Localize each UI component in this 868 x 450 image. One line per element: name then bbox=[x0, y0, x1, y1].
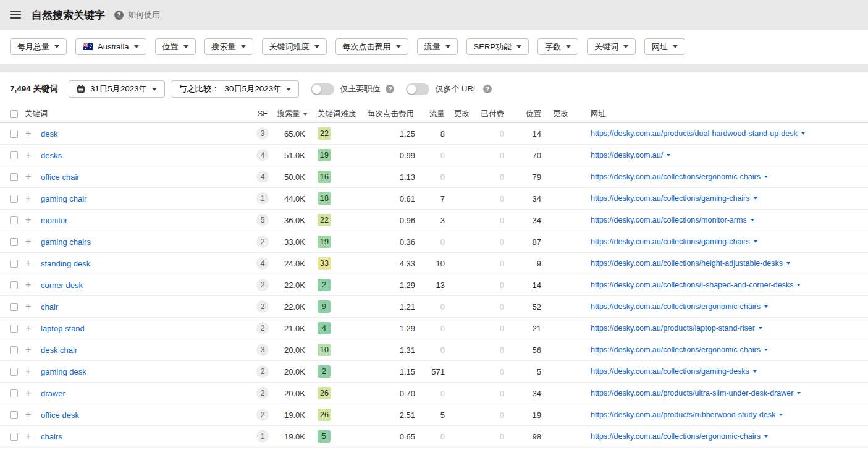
keyword-link[interactable]: desks bbox=[41, 151, 62, 160]
row-checkbox[interactable] bbox=[10, 173, 18, 181]
sf-badge[interactable]: 2 bbox=[256, 387, 269, 399]
sf-badge[interactable]: 5 bbox=[256, 214, 269, 226]
url-chevron-down-icon[interactable] bbox=[667, 154, 670, 156]
url-link[interactable]: https://desky.com.au/collections/ergonom… bbox=[591, 432, 761, 441]
url-chevron-down-icon[interactable] bbox=[751, 219, 754, 221]
expand-plus-icon[interactable]: + bbox=[25, 258, 41, 268]
row-checkbox[interactable] bbox=[10, 368, 18, 376]
filter-dropdown-button[interactable]: 网址 bbox=[644, 38, 685, 55]
keyword-link[interactable]: chairs bbox=[41, 432, 62, 441]
header-change-2[interactable]: 更改 bbox=[547, 109, 575, 119]
header-traffic[interactable]: 流量 bbox=[420, 109, 451, 119]
url-chevron-down-icon[interactable] bbox=[797, 392, 801, 394]
url-chevron-down-icon[interactable] bbox=[801, 132, 805, 135]
row-checkbox[interactable] bbox=[10, 260, 18, 268]
url-chevron-down-icon[interactable] bbox=[797, 284, 801, 286]
sf-badge[interactable]: 2 bbox=[256, 409, 269, 421]
url-link[interactable]: https://desky.com.au/collections/ergonom… bbox=[591, 172, 761, 181]
url-link[interactable]: https://desky.com.au/products/ultra-slim… bbox=[591, 389, 793, 397]
row-checkbox[interactable] bbox=[10, 303, 18, 311]
header-keyword[interactable]: 关键词 bbox=[25, 109, 248, 119]
url-chevron-down-icon[interactable] bbox=[754, 197, 757, 200]
filter-dropdown-button[interactable]: 搜索量 bbox=[204, 38, 253, 55]
filter-dropdown-button[interactable]: Australia bbox=[75, 38, 146, 55]
filter-dropdown-button[interactable]: 位置 bbox=[155, 38, 196, 55]
filter-dropdown-button[interactable]: 每月总量 bbox=[10, 38, 67, 55]
sf-badge[interactable]: 1 bbox=[256, 192, 269, 205]
expand-plus-icon[interactable]: + bbox=[25, 237, 41, 247]
sf-badge[interactable]: 4 bbox=[256, 257, 269, 270]
keyword-link[interactable]: office desk bbox=[41, 410, 79, 420]
select-all-checkbox[interactable] bbox=[10, 110, 18, 118]
expand-plus-icon[interactable]: + bbox=[25, 302, 41, 312]
sf-badge[interactable]: 2 bbox=[256, 365, 269, 378]
url-link[interactable]: https://desky.com.au/products/rubberwood… bbox=[591, 410, 775, 419]
row-checkbox[interactable] bbox=[10, 238, 18, 246]
keyword-link[interactable]: gaming chairs bbox=[41, 237, 91, 247]
expand-plus-icon[interactable]: + bbox=[25, 367, 41, 376]
url-link[interactable]: https://desky.com.au/collections/ergonom… bbox=[591, 302, 761, 311]
row-checkbox[interactable] bbox=[10, 389, 18, 397]
header-change[interactable]: 更改 bbox=[451, 109, 476, 119]
help-question-icon[interactable] bbox=[386, 85, 394, 93]
expand-plus-icon[interactable]: + bbox=[25, 193, 41, 203]
url-chevron-down-icon[interactable] bbox=[779, 414, 783, 416]
header-url[interactable]: 网址 bbox=[575, 109, 868, 119]
url-link[interactable]: https://desky.com.au/collections/gaming-… bbox=[591, 367, 749, 376]
url-chevron-down-icon[interactable] bbox=[786, 262, 790, 265]
keyword-link[interactable]: office chair bbox=[41, 172, 80, 182]
sf-badge[interactable]: 1 bbox=[256, 430, 269, 443]
expand-plus-icon[interactable]: + bbox=[25, 129, 41, 138]
header-paid[interactable]: 已付费 bbox=[476, 109, 510, 119]
filter-dropdown-button[interactable]: 关键词难度 bbox=[262, 38, 327, 55]
row-checkbox[interactable] bbox=[10, 130, 18, 138]
url-chevron-down-icon[interactable] bbox=[753, 370, 757, 373]
url-link[interactable]: https://desky.com.au/collections/gaming-… bbox=[591, 237, 750, 246]
keyword-link[interactable]: corner desk bbox=[41, 281, 83, 290]
keyword-link[interactable]: desk bbox=[41, 129, 57, 138]
keyword-link[interactable]: gaming chair bbox=[41, 194, 86, 203]
row-checkbox[interactable] bbox=[10, 216, 18, 224]
row-checkbox[interactable] bbox=[10, 281, 18, 289]
sf-badge[interactable]: 2 bbox=[256, 300, 269, 313]
url-link[interactable]: https://desky.com.au/collections/monitor… bbox=[591, 216, 747, 224]
header-position[interactable]: 位置 bbox=[510, 109, 547, 119]
date-select-button[interactable]: 31日5月2023年 bbox=[69, 80, 165, 98]
url-chevron-down-icon[interactable] bbox=[764, 435, 768, 438]
header-cpc[interactable]: 每次点击费用 bbox=[361, 109, 420, 119]
filter-dropdown-button[interactable]: 字数 bbox=[537, 38, 578, 55]
header-sf[interactable]: SF bbox=[248, 109, 277, 118]
multiple-urls-toggle[interactable] bbox=[406, 83, 429, 95]
sf-badge[interactable]: 3 bbox=[256, 127, 269, 140]
filter-dropdown-button[interactable]: SERP功能 bbox=[466, 38, 529, 55]
expand-plus-icon[interactable]: + bbox=[25, 388, 41, 398]
url-chevron-down-icon[interactable] bbox=[759, 327, 762, 329]
filter-dropdown-button[interactable]: 流量 bbox=[417, 38, 458, 55]
keyword-link[interactable]: chair bbox=[41, 302, 58, 312]
url-link[interactable]: https://desky.com.au/collections/gaming-… bbox=[591, 194, 750, 203]
keyword-link[interactable]: laptop stand bbox=[41, 324, 85, 333]
url-link[interactable]: https://desky.com.au/collections/height-… bbox=[591, 259, 783, 268]
sf-badge[interactable]: 4 bbox=[256, 149, 269, 161]
url-link[interactable]: https://desky.com.au/collections/l-shape… bbox=[591, 281, 793, 289]
compare-date-select-button[interactable]: 与之比较： 30日5月2023年 bbox=[171, 80, 300, 98]
url-link[interactable]: https://desky.com.au/products/dual-hardw… bbox=[591, 129, 798, 138]
row-checkbox[interactable] bbox=[10, 411, 18, 419]
header-kd[interactable]: 关键词难度 bbox=[311, 109, 361, 119]
keyword-link[interactable]: drawer bbox=[41, 389, 65, 398]
expand-plus-icon[interactable]: + bbox=[25, 172, 41, 182]
row-checkbox[interactable] bbox=[10, 151, 18, 159]
sf-badge[interactable]: 4 bbox=[256, 171, 269, 183]
keyword-link[interactable]: desk chair bbox=[41, 346, 77, 355]
url-chevron-down-icon[interactable] bbox=[764, 349, 768, 351]
expand-plus-icon[interactable]: + bbox=[25, 431, 41, 441]
filter-dropdown-button[interactable]: 关键词 bbox=[587, 38, 636, 55]
help-question-icon[interactable] bbox=[483, 85, 492, 93]
url-link[interactable]: https://desky.com.au/products/laptop-sta… bbox=[591, 324, 755, 333]
row-checkbox[interactable] bbox=[10, 433, 18, 441]
keyword-link[interactable]: standing desk bbox=[41, 259, 90, 268]
how-to-use-link[interactable]: 如何使用 bbox=[114, 9, 160, 20]
sf-badge[interactable]: 3 bbox=[256, 344, 269, 356]
keyword-link[interactable]: gaming desk bbox=[41, 367, 86, 376]
header-volume[interactable]: 搜索量 bbox=[277, 109, 311, 119]
